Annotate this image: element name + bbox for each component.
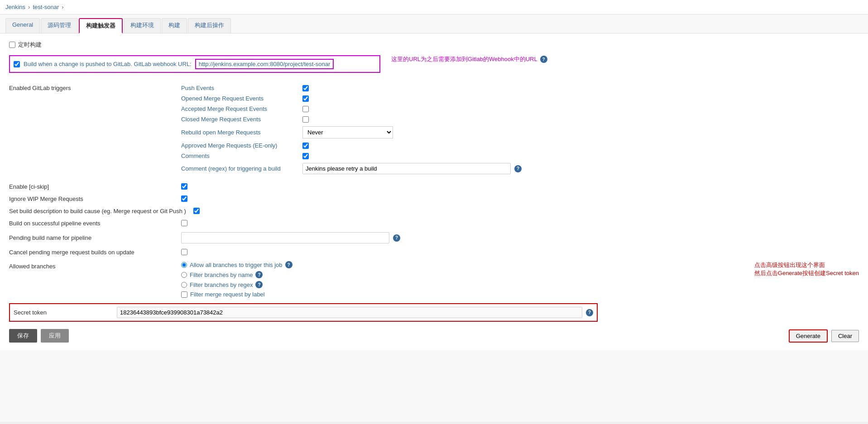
filter-by-regex-help-icon[interactable]: ? <box>255 281 263 288</box>
tab-bar: General 源码管理 构建触发器 构建环境 构建 构建后操作 <box>0 14 868 33</box>
ci-skip-label: Enable [ci-skip] <box>9 183 49 190</box>
comment-regex-row: Comment (regex) for triggering a build ? <box>181 163 859 174</box>
comments-checkbox[interactable] <box>302 153 309 159</box>
build-when-text-prefix: Build when a change is pushed to GitLab.… <box>24 61 192 67</box>
allow-all-branches-label: Allow all branches to trigger this job <box>190 262 283 268</box>
triggers-content: Push Events Opened Merge Request Events … <box>181 85 859 178</box>
pending-build-name-label: Pending build name for pipeline <box>9 234 91 241</box>
accepted-merge-request-row: Accepted Merge Request Events <box>181 105 859 112</box>
allow-all-branches-radio[interactable] <box>181 262 187 268</box>
build-when-url: http://jenkins.example.com:8080/project/… <box>195 59 334 69</box>
apply-button[interactable]: 应用 <box>41 329 69 343</box>
filter-by-name-radio[interactable] <box>181 272 187 278</box>
closed-merge-request-label: Closed Merge Request Events <box>181 116 299 123</box>
allowed-branches-label: Allowed branches <box>9 263 56 270</box>
comment-regex-help-icon[interactable]: ? <box>514 165 522 172</box>
build-on-pipeline-label: Build on successful pipeline events <box>9 220 101 227</box>
tab-post-build[interactable]: 构建后操作 <box>188 18 231 33</box>
set-build-description-checkbox[interactable] <box>193 208 200 214</box>
ignore-wip-checkbox[interactable] <box>181 195 187 202</box>
pending-build-name-row: Pending build name for pipeline ? <box>9 232 859 243</box>
accepted-merge-request-label: Accepted Merge Request Events <box>181 105 299 112</box>
breadcrumb-sep2: › <box>62 4 63 10</box>
comments-label: Comments <box>181 152 299 159</box>
rebuild-open-merge-label: Rebuild open Merge Requests <box>181 129 299 136</box>
closed-merge-request-row: Closed Merge Request Events <box>181 116 859 123</box>
secret-token-label: Secret token <box>14 309 113 316</box>
comments-row: Comments <box>181 152 859 159</box>
build-when-annotation: 这里的URL为之后需要添加到Gitlab的Webhook中的URL <box>391 55 537 63</box>
breadcrumb-jenkins[interactable]: Jenkins <box>5 4 25 10</box>
approved-merge-row: Approved Merge Requests (EE-only) <box>181 142 859 149</box>
ci-skip-row: Enable [ci-skip] <box>9 183 859 190</box>
allowed-branches-options: Allow all branches to trigger this job ?… <box>181 261 293 298</box>
build-when-row: Build when a change is pushed to GitLab.… <box>9 55 380 73</box>
build-on-pipeline-row: Build on successful pipeline events <box>9 220 859 227</box>
push-events-checkbox[interactable] <box>302 85 309 91</box>
breadcrumb-sep1: › <box>28 4 30 10</box>
secret-token-row: Secret token ? <box>9 303 598 322</box>
allow-all-branches-row: Allow all branches to trigger this job ? <box>181 261 293 268</box>
secret-token-input[interactable] <box>117 307 582 318</box>
scheduled-build-label: 定时构建 <box>18 41 42 49</box>
set-build-description-row: Set build description to build cause (eg… <box>9 208 859 214</box>
opened-merge-request-checkbox[interactable] <box>302 95 309 102</box>
rebuild-open-merge-select[interactable]: Never On push to source branch On push t… <box>302 126 393 138</box>
build-when-checkbox[interactable] <box>14 61 20 67</box>
filter-by-regex-label: Filter branches by regex <box>190 281 253 288</box>
gitlab-triggers-block: Enabled GitLab triggers Push Events Open… <box>9 85 859 178</box>
ignore-wip-label: Ignore WIP Merge Requests <box>9 195 83 202</box>
comment-regex-label: Comment (regex) for triggering a build <box>181 165 299 172</box>
secret-token-help-icon[interactable]: ? <box>586 309 593 316</box>
opened-merge-request-row: Opened Merge Request Events <box>181 95 859 102</box>
push-events-label: Push Events <box>181 85 299 91</box>
filter-by-name-label: Filter branches by name <box>190 272 253 278</box>
build-when-help-icon[interactable]: ? <box>540 56 547 63</box>
breadcrumb: Jenkins › test-sonar › <box>0 0 868 14</box>
filter-by-name-row: Filter branches by name ? <box>181 271 293 278</box>
cancel-pending-checkbox[interactable] <box>181 249 187 255</box>
ignore-wip-row: Ignore WIP Merge Requests <box>9 195 859 202</box>
push-events-row: Push Events <box>181 85 859 91</box>
filter-by-label-row: Filter merge request by label <box>181 291 293 298</box>
rebuild-open-merge-row: Rebuild open Merge Requests Never On pus… <box>181 126 859 138</box>
filter-by-label-checkbox[interactable] <box>181 291 187 298</box>
filter-by-name-help-icon[interactable]: ? <box>255 271 263 278</box>
approved-merge-label: Approved Merge Requests (EE-only) <box>181 142 299 149</box>
approved-merge-checkbox[interactable] <box>302 143 309 149</box>
ci-skip-checkbox[interactable] <box>181 183 187 190</box>
tab-build-trigger[interactable]: 构建触发器 <box>79 18 123 33</box>
comment-regex-input[interactable] <box>302 163 511 174</box>
tab-source-management[interactable]: 源码管理 <box>41 18 78 33</box>
filter-by-regex-radio[interactable] <box>181 282 187 288</box>
cancel-pending-label: Cancel pending merge request builds on u… <box>9 249 134 256</box>
filter-by-regex-row: Filter branches by regex ? <box>181 281 293 288</box>
tab-general[interactable]: General <box>5 18 40 33</box>
filter-by-label-label: Filter merge request by label <box>190 291 265 298</box>
breadcrumb-project[interactable]: test-sonar <box>33 4 59 10</box>
allow-all-help-icon[interactable]: ? <box>285 261 293 268</box>
save-button[interactable]: 保存 <box>9 329 37 343</box>
secret-token-annotation1: 点击高级按钮出现这个界面 <box>754 261 859 269</box>
enabled-gitlab-triggers-label: Enabled GitLab triggers <box>9 85 71 91</box>
clear-button[interactable]: Clear <box>831 330 859 342</box>
closed-merge-request-checkbox[interactable] <box>302 116 309 123</box>
opened-merge-request-label: Opened Merge Request Events <box>181 95 299 102</box>
tab-build-env[interactable]: 构建环境 <box>124 18 161 33</box>
secret-token-annotation2: 然后点击Generate按钮创建Secret token <box>754 269 859 277</box>
scheduled-build-row: 定时构建 <box>9 41 859 49</box>
pending-build-name-input[interactable] <box>181 232 389 243</box>
accepted-merge-request-checkbox[interactable] <box>302 106 309 112</box>
tab-build[interactable]: 构建 <box>162 18 187 33</box>
scheduled-build-checkbox[interactable] <box>9 42 15 48</box>
generate-button[interactable]: Generate <box>789 329 828 343</box>
cancel-pending-row: Cancel pending merge request builds on u… <box>9 249 859 256</box>
set-build-description-label: Set build description to build cause (eg… <box>9 208 186 214</box>
pending-build-help-icon[interactable]: ? <box>393 234 400 242</box>
build-on-pipeline-checkbox[interactable] <box>181 220 187 226</box>
allowed-branches-row: Allowed branches Allow all branches to t… <box>9 261 859 298</box>
action-buttons: 保存 应用 Generate Clear <box>9 329 859 343</box>
